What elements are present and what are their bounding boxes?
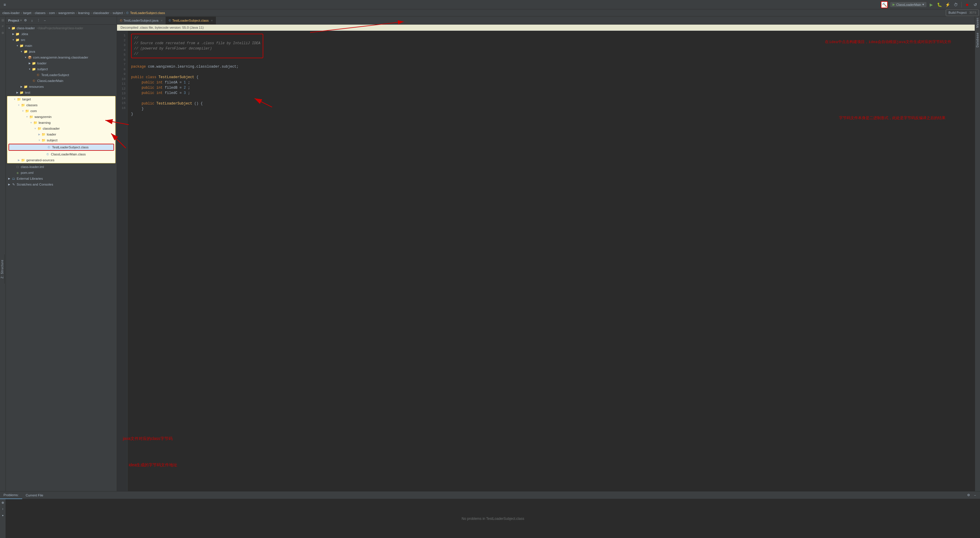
- tree-target-subject[interactable]: ▾ 📁 subject: [7, 137, 115, 143]
- tab-class[interactable]: © TestLoaderSubject.class ×: [166, 17, 216, 24]
- semi11: ;: [188, 91, 190, 95]
- tab-java[interactable]: © TestLoaderSubject.java ×: [117, 17, 166, 24]
- target-folder-icon: 📁: [17, 97, 21, 102]
- bottom-icon-3[interactable]: ●: [1, 513, 5, 518]
- breadcrumb-class-loader[interactable]: class-loader: [2, 11, 20, 14]
- tab-class-label: TestLoaderSubject.class: [172, 19, 209, 22]
- tree-resources[interactable]: ▶ 📁 resources: [6, 84, 117, 89]
- tree-classloadermain[interactable]: ▶ © ClassLoaderMain: [6, 78, 117, 84]
- panel-close-btn[interactable]: −: [42, 18, 48, 23]
- tree-java[interactable]: ▾ 📁 java: [6, 49, 117, 54]
- breadcrumb-wangzemin[interactable]: wangzemin: [59, 11, 75, 14]
- classloader-label: classloader: [43, 127, 60, 130]
- database-label[interactable]: Database: [976, 32, 979, 48]
- breadcrumb-classloader[interactable]: classloader: [93, 11, 110, 14]
- left-icon-1[interactable]: ▤: [1, 18, 5, 22]
- structure-panel-label[interactable]: Z: Structure: [0, 254, 5, 284]
- toolbar-menu-btn[interactable]: ≡: [1, 1, 8, 8]
- debug-button[interactable]: 🐛: [936, 1, 943, 8]
- classloadermain-class-label: ClassLoaderMain.class: [51, 153, 86, 156]
- gensrc-folder-icon: 📁: [21, 158, 25, 163]
- bottom-minimize-btn[interactable]: −: [972, 493, 978, 498]
- panel-settings-btn[interactable]: ⚙: [23, 18, 28, 23]
- run-button[interactable]: ▶: [928, 1, 935, 8]
- build-button[interactable]: 🔨: [881, 1, 888, 8]
- tree-generated-sources[interactable]: ▶ 📁 generated-sources: [7, 157, 115, 163]
- bottom-content-area: ⊕ I ● No problems in TestLoaderSubject.c…: [0, 499, 980, 538]
- update-button[interactable]: ↺: [972, 1, 979, 8]
- bottom-icon-2[interactable]: I: [1, 507, 5, 511]
- bottom-header-icons: ⚙ −: [966, 493, 980, 498]
- run-with-coverage[interactable]: ⚡: [944, 1, 951, 8]
- val3: 3: [184, 91, 186, 95]
- package-icon: 📦: [27, 55, 32, 60]
- kw-package: package: [131, 65, 146, 69]
- tab-class-close[interactable]: ×: [211, 19, 213, 22]
- code-line-1: //: [134, 35, 260, 41]
- tree-loader[interactable]: ▶ 📁 loader: [6, 60, 117, 66]
- tree-testloader-class[interactable]: ▶ © TestLoaderSubject.class: [9, 144, 113, 150]
- fB: filedB =: [165, 86, 184, 90]
- test-folder-icon: 📁: [19, 90, 24, 95]
- learning-arrow: ▾: [29, 121, 33, 124]
- code-line-6: package com.wangzemin.learning.classload…: [131, 64, 971, 69]
- indent-sp11: [131, 91, 140, 95]
- project-tree: ▾ 📁 class-loader ~/IdeaProjects/learning…: [6, 25, 117, 491]
- panel-expand-btn[interactable]: ↕: [29, 18, 35, 23]
- toolbar-separator: [961, 2, 962, 8]
- toolbar: ≡ 🔨 Build Project ⌘F9 ▶ ClassLoaderMain …: [0, 0, 980, 10]
- package-label: com.wangzemin.learning.classloader: [33, 56, 88, 59]
- code-content[interactable]: // // Source code recreated from a .clas…: [127, 31, 975, 491]
- target-loader-arrow: ▶: [37, 133, 41, 136]
- tree-target-loader[interactable]: ▶ 📁 loader: [7, 131, 115, 137]
- breadcrumb-learning[interactable]: learning: [78, 11, 89, 14]
- run-config-label: ClassLoaderMain: [896, 3, 921, 6]
- tree-classloadermain-class[interactable]: ▶ © ClassLoaderMain.class: [7, 151, 115, 157]
- tree-wangzemin[interactable]: ▾ 📁 wangzemin: [7, 114, 115, 120]
- tree-package[interactable]: ▾ 📦 com.wangzemin.learning.classloader: [6, 54, 117, 60]
- sep7: ›: [110, 11, 111, 14]
- subject-folder-icon: 📁: [32, 67, 36, 72]
- tab-java-close[interactable]: ×: [161, 19, 163, 22]
- generated-sources-label: generated-sources: [26, 158, 54, 162]
- tree-scratches[interactable]: ▶ ✎ Scratches and Consoles: [6, 182, 117, 187]
- tree-testloader-java[interactable]: ▶ © TestLoaderSubject: [6, 72, 117, 78]
- tree-learning[interactable]: ▾ 📁 learning: [7, 120, 115, 126]
- tree-target[interactable]: ▾ 📁 target: [7, 96, 115, 102]
- tree-idea[interactable]: ▶ 📁 .idea: [6, 31, 117, 37]
- comment-4: //: [134, 52, 138, 56]
- tree-classloader[interactable]: ▾ 📁 classloader: [7, 126, 115, 131]
- breadcrumb-target[interactable]: target: [23, 11, 31, 14]
- breadcrumb-classes[interactable]: classes: [35, 11, 46, 14]
- bottom-icon-1[interactable]: ⊕: [1, 500, 5, 505]
- current-file-tab[interactable]: Current File: [22, 492, 47, 499]
- learning-label: learning: [39, 121, 51, 125]
- left-icon-3[interactable]: ⚙: [1, 30, 5, 35]
- tree-subject[interactable]: ▾ 📁 subject: [6, 66, 117, 72]
- breadcrumb-subject[interactable]: subject: [113, 11, 123, 14]
- tree-test[interactable]: ▶ 📁 test: [6, 89, 117, 96]
- tree-external-libs[interactable]: ▶ 🗂 External Libraries: [6, 176, 117, 182]
- run-config-selector[interactable]: ▶ ClassLoaderMain ▾: [890, 2, 926, 7]
- bottom-settings-btn[interactable]: ⚙: [966, 493, 971, 498]
- problems-tab[interactable]: Problems:: [0, 492, 22, 499]
- kw-int9: int: [156, 80, 163, 85]
- src-folder-icon: 📁: [15, 37, 20, 42]
- breadcrumb-current-file[interactable]: TestLoaderSubject.class: [130, 11, 165, 14]
- panel-title-sep: ▾: [20, 19, 22, 22]
- java-arrow: ▾: [19, 50, 24, 53]
- tree-root[interactable]: ▾ 📁 class-loader ~/IdeaProjects/learning…: [6, 25, 117, 31]
- tree-pom[interactable]: ▶ ◈ pom.xml: [6, 170, 117, 176]
- stop-button[interactable]: ■: [964, 1, 970, 8]
- breadcrumb-com[interactable]: com: [49, 11, 55, 14]
- panel-gear-btn[interactable]: ⋮: [36, 18, 41, 23]
- tree-com[interactable]: ▾ 📁 com: [7, 108, 115, 114]
- tree-src[interactable]: ▾ 📁 src: [6, 37, 117, 43]
- kw-class: class: [146, 75, 156, 79]
- tree-main[interactable]: ▾ 📁 main: [6, 43, 117, 49]
- left-icon-2[interactable]: P: [1, 24, 5, 29]
- profile-button[interactable]: ⏱: [952, 1, 959, 8]
- maven-label[interactable]: Maven: [976, 18, 979, 28]
- tree-iml[interactable]: ▶ □ class-loader.iml: [6, 164, 117, 170]
- tree-classes[interactable]: ▾ 📁 classes: [7, 102, 115, 108]
